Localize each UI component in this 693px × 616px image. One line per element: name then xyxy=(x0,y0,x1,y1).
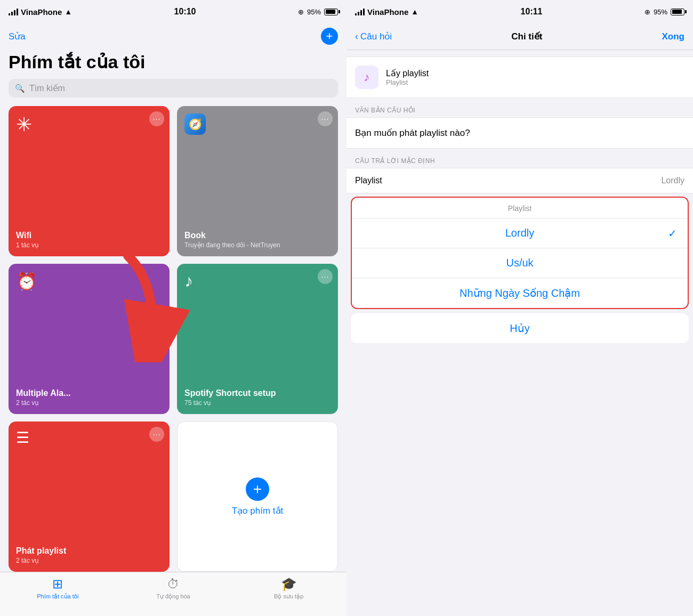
alarm-card-icon: ⏰ xyxy=(16,271,162,291)
shortcut-card-alarm[interactable]: ⏰ Multiple Ala... 2 tác vụ xyxy=(9,264,170,414)
gallery-tab-icon: 🎓 xyxy=(281,577,297,591)
shortcuts-grid: ··· ✳ Wifi 1 tác vụ ··· 🧭 Book Truyện đa… xyxy=(0,106,346,572)
battery-icon xyxy=(324,9,338,15)
tab-gallery[interactable]: 🎓 Bộ sưu tập xyxy=(268,577,310,600)
wifi-icon: ▲ xyxy=(65,7,72,16)
picker-option-nhung-ngay-label: Những Ngày Sống Chậm xyxy=(460,287,580,299)
right-wifi-icon: ▲ xyxy=(411,7,418,16)
edit-button[interactable]: Sửa xyxy=(9,31,26,42)
card-more-wifi[interactable]: ··· xyxy=(149,111,164,126)
automation-tab-label: Tự động hóa xyxy=(156,593,190,600)
question-text-card: Bạn muốn phát playlist nào? xyxy=(346,117,693,149)
wifi-card-title: Wifi xyxy=(16,231,162,240)
nav-center-title: Chi tiết xyxy=(511,31,542,42)
left-time: 10:10 xyxy=(174,7,196,17)
left-status-bar: VinaPhone ▲ 10:10 ⊕ 95% xyxy=(0,0,346,23)
detail-content: ♪ Lấy playlist Playlist VĂN BẢN CÂU HỎI … xyxy=(346,50,693,616)
book-card-title: Book xyxy=(184,231,331,240)
shortcuts-tab-icon: ⊞ xyxy=(52,577,63,591)
search-placeholder: Tìm kiếm xyxy=(29,83,65,93)
picker-option-lordly-label: Lordly xyxy=(505,227,534,239)
spotify-card-title: Spotify Shortcut setup xyxy=(184,388,331,398)
default-section-label: CÂU TRẢ LỜI MẶC ĐỊNH xyxy=(346,149,693,168)
picker-option-usuk[interactable]: Us/uk xyxy=(352,248,688,278)
default-row[interactable]: Playlist Lordly xyxy=(346,168,693,193)
gallery-tab-label: Bộ sưu tập xyxy=(274,593,303,600)
left-panel: VinaPhone ▲ 10:10 ⊕ 95% Sửa + Phím tắt c… xyxy=(0,0,346,616)
card-more-playlist[interactable]: ··· xyxy=(149,427,164,442)
book-card-subtitle: Truyện đang theo dõi - NetTruyen xyxy=(184,241,331,249)
shortcut-card-wifi[interactable]: ··· ✳ Wifi 1 tác vụ xyxy=(9,106,170,256)
wifi-card-icon: ✳ xyxy=(16,114,162,136)
carrier-label: VinaPhone xyxy=(21,7,62,17)
shortcut-card-spotify[interactable]: ··· ♪ Spotify Shortcut setup 75 tác vụ xyxy=(177,264,338,414)
shortcuts-tab-label: Phím tắt của tôi xyxy=(37,593,78,600)
back-chevron-icon: ‹ xyxy=(355,31,358,42)
right-nav: ‹ Câu hỏi Chi tiết Xong xyxy=(346,23,693,50)
right-carrier-label: VinaPhone xyxy=(367,7,408,17)
safari-icon: 🧭 xyxy=(184,114,206,135)
action-text-group: Lấy playlist Playlist xyxy=(386,68,429,86)
create-plus-icon: + xyxy=(246,477,269,501)
default-label: Playlist xyxy=(355,176,382,185)
action-title: Lấy playlist xyxy=(386,68,429,78)
search-icon: 🔍 xyxy=(15,84,25,93)
create-shortcut-card[interactable]: + Tạo phím tắt xyxy=(177,422,338,572)
spotify-card-subtitle: 75 tác vụ xyxy=(184,399,331,407)
card-more-spotify[interactable]: ··· xyxy=(318,269,333,284)
tab-bar: ⊞ Phím tắt của tôi ⏱ Tự động hóa 🎓 Bộ sư… xyxy=(0,572,346,616)
picker-option-nhung-ngay[interactable]: Những Ngày Sống Chậm xyxy=(352,278,688,308)
playlist-card-subtitle: 2 tác vụ xyxy=(16,557,162,564)
automation-tab-icon: ⏱ xyxy=(167,577,180,591)
left-status-left: VinaPhone ▲ xyxy=(9,7,72,17)
picker-check-icon: ✓ xyxy=(668,227,677,240)
left-battery-pct: 95% xyxy=(307,8,321,16)
alarm-card-title: Multiple Ala... xyxy=(16,388,162,398)
right-time: 10:11 xyxy=(521,7,543,17)
right-panel: VinaPhone ▲ 10:11 ⊕ 95% ‹ Câu hỏi Chi ti… xyxy=(346,0,693,616)
tab-shortcuts[interactable]: ⊞ Phím tắt của tôi xyxy=(36,577,79,600)
picker-sheet: Playlist Lordly ✓ Us/uk Những Ngày Sống … xyxy=(351,197,689,309)
right-location-icon: ⊕ xyxy=(644,8,650,16)
right-battery-pct: 95% xyxy=(654,8,667,16)
left-status-right: ⊕ 95% xyxy=(298,8,338,16)
right-signal-bars-icon xyxy=(355,8,365,15)
picker-title: Playlist xyxy=(352,198,688,218)
action-subtitle: Playlist xyxy=(386,78,429,86)
alarm-card-subtitle: 2 tác vụ xyxy=(16,399,162,407)
action-row: ♪ Lấy playlist Playlist xyxy=(346,56,693,98)
default-value: Lordly xyxy=(661,176,684,185)
done-button[interactable]: Xong xyxy=(662,31,684,42)
add-shortcut-button[interactable]: + xyxy=(321,28,338,45)
shortcut-card-book[interactable]: ··· 🧭 Book Truyện đang theo dõi - NetTru… xyxy=(177,106,338,256)
picker-option-lordly[interactable]: Lordly ✓ xyxy=(352,218,688,248)
signal-bars-icon xyxy=(9,8,18,15)
back-label: Câu hỏi xyxy=(360,31,392,42)
question-text: Bạn muốn phát playlist nào? xyxy=(355,128,470,138)
spotify-card-icon: ♪ xyxy=(184,271,331,291)
picker-option-usuk-label: Us/uk xyxy=(506,257,533,269)
back-button[interactable]: ‹ Câu hỏi xyxy=(355,31,392,42)
card-more-book[interactable]: ··· xyxy=(318,111,333,126)
van-ban-section-label: VĂN BẢN CÂU HỎI xyxy=(346,98,693,117)
shortcut-card-playlist[interactable]: ··· ☰ Phát playlist 2 tác vụ xyxy=(9,422,170,572)
create-label: Tạo phím tắt xyxy=(232,505,284,516)
tab-automation[interactable]: ⏱ Tự động hóa xyxy=(152,577,195,600)
music-note-icon: ♪ xyxy=(355,66,378,89)
location-icon: ⊕ xyxy=(298,8,304,16)
right-status-left: VinaPhone ▲ xyxy=(355,7,418,17)
cancel-button[interactable]: Hủy xyxy=(351,313,689,343)
search-bar[interactable]: 🔍 Tìm kiếm xyxy=(9,79,338,98)
left-nav-bar: Sửa + xyxy=(0,23,346,49)
right-battery-icon xyxy=(671,9,684,15)
wifi-card-subtitle: 1 tác vụ xyxy=(16,241,162,249)
right-status-bar: VinaPhone ▲ 10:11 ⊕ 95% xyxy=(346,0,693,23)
playlist-card-title: Phát playlist xyxy=(16,546,162,556)
right-status-right: ⊕ 95% xyxy=(644,8,684,16)
page-title: Phím tắt của tôi xyxy=(0,49,346,79)
playlist-card-icon: ☰ xyxy=(16,429,162,447)
